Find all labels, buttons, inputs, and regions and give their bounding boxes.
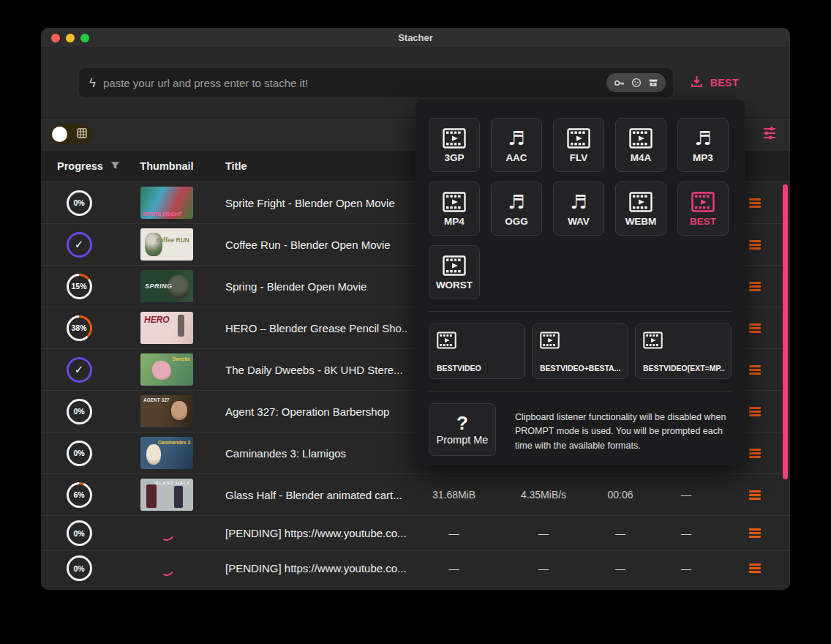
- row-menu-button[interactable]: [746, 561, 764, 576]
- advanced-format-row: BESTVIDEO BESTVIDEO+BESTA... BESTVIDEO[E…: [429, 323, 732, 379]
- session-options-pill[interactable]: [606, 73, 666, 92]
- key-icon[interactable]: [614, 78, 625, 89]
- format-grid: 3GP ♬ AAC FLV M4A ♬ MP3 MP4 ♬ OGG ♬ WAV …: [429, 118, 732, 299]
- music-note-icon: ♬: [508, 127, 524, 149]
- row-menu-button[interactable]: [746, 279, 764, 294]
- panel-divider: [429, 391, 732, 392]
- row-extra: —: [653, 489, 719, 501]
- film-icon: [691, 191, 715, 213]
- advanced-format-button[interactable]: BESTVIDEO: [429, 323, 525, 379]
- table-row[interactable]: 0% [PENDING] https://www.youtube.co... —…: [41, 516, 790, 551]
- prompt-me-button[interactable]: ? Prompt Me: [429, 403, 496, 456]
- video-thumbnail: GLASS HALF: [140, 479, 193, 511]
- format-button-3gp[interactable]: 3GP: [429, 118, 480, 172]
- prompt-row: ? Prompt Me Clipboard listener functiona…: [429, 403, 732, 456]
- archive-icon[interactable]: [648, 78, 658, 88]
- row-eta: —: [587, 528, 653, 539]
- film-icon: [443, 255, 466, 277]
- row-size: 31.68MiB: [408, 489, 500, 501]
- row-title: Caminandes 3: Llamigos: [225, 447, 408, 460]
- titlebar: Stacher: [41, 28, 790, 48]
- title-column-header: Title: [225, 160, 408, 172]
- row-title: Sprite Fright - Blender Open Movie: [225, 197, 408, 209]
- toggle-knob: [52, 127, 67, 142]
- url-input[interactable]: [103, 77, 599, 89]
- thumbnail-text: Caminandes 3: [158, 440, 190, 446]
- format-button-aac[interactable]: ♬ AAC: [491, 118, 542, 172]
- thumbnail-text: SPRITE FRIGHT: [143, 211, 181, 217]
- progress-ring: 38%: [67, 315, 92, 341]
- format-button-flv[interactable]: FLV: [553, 118, 604, 172]
- row-menu-button[interactable]: [746, 237, 764, 252]
- row-eta: —: [587, 563, 653, 574]
- row-eta: 00:06: [587, 489, 653, 501]
- download-icon: [691, 75, 703, 91]
- format-button-worst[interactable]: WORST: [429, 245, 480, 299]
- row-speed: —: [500, 528, 587, 539]
- minimize-button[interactable]: [66, 34, 75, 42]
- grid-icon: [77, 128, 87, 141]
- film-icon: [443, 127, 466, 149]
- pending-spinner-icon: [158, 559, 176, 577]
- format-button-webm[interactable]: WEBM: [615, 181, 666, 236]
- format-settings-button[interactable]: [762, 125, 777, 144]
- cookie-icon[interactable]: [631, 78, 642, 88]
- row-size: —: [408, 528, 500, 539]
- music-note-icon: ♬: [508, 191, 524, 213]
- table-row[interactable]: 0% [PENDING] https://www.youtube.co... —…: [41, 551, 790, 586]
- advanced-format-button[interactable]: BESTVIDEO[EXT=MP...: [635, 323, 732, 379]
- format-button-mp4[interactable]: MP4: [429, 181, 480, 236]
- vertical-scrollbar[interactable]: [783, 184, 788, 479]
- close-button[interactable]: [51, 34, 60, 42]
- row-extra: —: [653, 528, 719, 539]
- traffic-lights: [51, 34, 89, 42]
- format-button-ogg[interactable]: ♬ OGG: [491, 181, 542, 236]
- download-format-button[interactable]: BEST: [691, 75, 739, 91]
- format-button-wav[interactable]: ♬ WAV: [553, 181, 604, 236]
- film-icon: [629, 191, 653, 213]
- selected-format-label: BEST: [710, 77, 739, 89]
- film-icon: [443, 191, 466, 213]
- video-thumbnail: Caminandes 3: [140, 437, 193, 469]
- prompt-note: Clipboard listener functionality will be…: [515, 403, 727, 453]
- row-menu-button[interactable]: [746, 446, 764, 461]
- row-title: Glass Half - Blender animated cart...: [225, 489, 408, 501]
- view-toggle[interactable]: [50, 124, 92, 144]
- row-menu-button[interactable]: [746, 195, 764, 211]
- row-menu-button[interactable]: [746, 404, 764, 419]
- film-icon: [629, 127, 653, 149]
- film-icon: [437, 332, 519, 352]
- row-size: —: [408, 563, 500, 574]
- music-note-icon: ♬: [570, 191, 587, 213]
- progress-ring: 0%: [67, 190, 92, 216]
- format-button-mp3[interactable]: ♬ MP3: [677, 118, 729, 172]
- progress-ring: ✓: [67, 232, 92, 258]
- progress-ring: 0%: [67, 399, 92, 424]
- zoom-button[interactable]: [80, 34, 89, 42]
- row-menu-button[interactable]: [746, 321, 764, 336]
- format-button-m4a[interactable]: M4A: [615, 118, 666, 172]
- video-thumbnail: SPRITE FRIGHT: [140, 187, 193, 219]
- row-menu-button[interactable]: [746, 362, 764, 378]
- thumbnail-text: HERO: [144, 315, 170, 325]
- row-menu-button[interactable]: [746, 487, 764, 503]
- thumbnail-text: coffee RUN: [156, 237, 189, 244]
- row-title: Coffee Run - Blender Open Movie: [225, 239, 408, 251]
- row-title: [PENDING] https://www.youtube.co...: [225, 527, 408, 539]
- prompt-me-label: Prompt Me: [437, 434, 489, 446]
- advanced-format-button[interactable]: BESTVIDEO+BESTA...: [532, 323, 628, 379]
- thumbnail-text: Dweebs: [172, 356, 190, 362]
- row-title: [PENDING] https://www.youtube.co...: [225, 562, 408, 574]
- pending-spinner-icon: [158, 524, 176, 542]
- film-icon: [643, 332, 725, 352]
- table-row[interactable]: 6% GLASS HALF Glass Half - Blender anima…: [41, 474, 790, 516]
- music-note-icon: ♬: [694, 127, 711, 149]
- row-title: HERO – Blender Grease Pencil Sho...: [225, 322, 408, 334]
- thumbnail-text: GLASS HALF: [155, 481, 190, 485]
- url-box[interactable]: ϟ: [79, 68, 673, 97]
- video-thumbnail: Dweebs: [140, 353, 193, 386]
- film-icon: [540, 332, 622, 352]
- film-icon: [567, 127, 590, 149]
- row-menu-button[interactable]: [746, 525, 764, 541]
- format-button-best[interactable]: BEST: [677, 181, 729, 236]
